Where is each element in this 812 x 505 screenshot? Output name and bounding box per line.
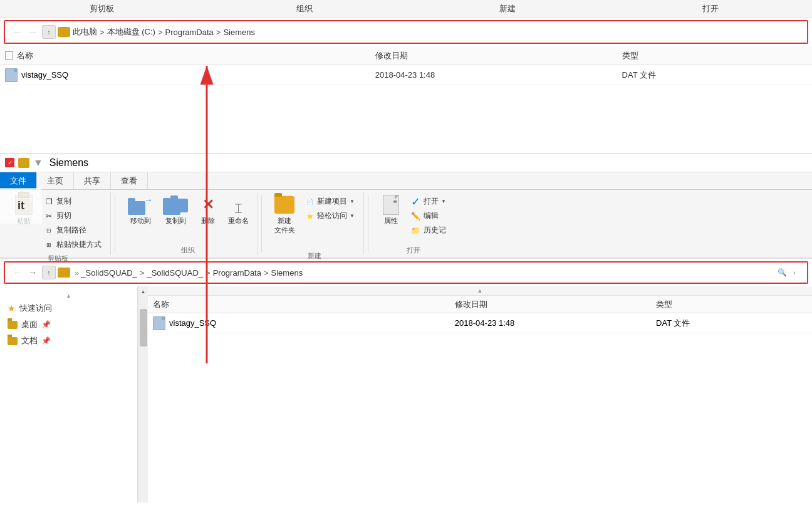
- organize-items: → 移动到 复制到 ✕ 删除: [124, 192, 252, 243]
- move-to-button[interactable]: → 移动到: [124, 192, 157, 228]
- properties-button[interactable]: ≡ 属性: [377, 192, 405, 228]
- top-file-name: vistagy_SSQ: [21, 70, 68, 80]
- edit-button[interactable]: ✏️ 编辑: [407, 209, 450, 222]
- content-header-name[interactable]: 名称: [153, 299, 455, 310]
- header-type[interactable]: 类型: [622, 50, 807, 61]
- copy-to-icon: [163, 195, 188, 215]
- copy-to-button[interactable]: 复制到: [159, 192, 192, 228]
- bottom-back-button[interactable]: ←: [10, 265, 25, 280]
- arrow-right-icon: →: [144, 195, 153, 205]
- easy-access-dropdown[interactable]: ▼: [350, 213, 355, 219]
- copy-button[interactable]: ❐ 复制: [40, 195, 105, 208]
- content-header-type[interactable]: 类型: [656, 299, 807, 310]
- paste-shortcut-button[interactable]: ⊞ 粘贴快捷方式: [40, 238, 105, 251]
- file-list-header: 名称 修改日期 类型: [0, 46, 812, 65]
- toolbar-clipboard-label: 剪切板: [0, 3, 203, 14]
- bottom-forward-button[interactable]: →: [25, 265, 40, 280]
- bottom-close-nav[interactable]: ›: [787, 265, 802, 280]
- top-file-row[interactable]: vistagy_SSQ 2018-04-23 1:48 DAT 文件: [0, 65, 812, 85]
- open-dropdown[interactable]: ▼: [441, 199, 446, 204]
- bottom-bc-siemens[interactable]: Siemens: [271, 268, 303, 278]
- title-folder-icon: [18, 158, 29, 168]
- copy-path-button[interactable]: ⊡ 复制路径: [40, 224, 105, 237]
- breadcrumb-drive[interactable]: 本地磁盘 (C:): [107, 26, 155, 38]
- copy-to-label: 复制到: [165, 216, 186, 226]
- top-explorer: 剪切板 组织 新建 打开 ← → ↑ 此电脑 > 本地磁盘 (C:) > Pro…: [0, 0, 812, 154]
- toolbar-open-label: 打开: [609, 3, 812, 14]
- sidebar-item-docs[interactable]: 文档 📌: [0, 333, 137, 349]
- history-button[interactable]: 📁 历史记: [407, 224, 450, 237]
- ribbon-group-organize: → 移动到 复制到 ✕ 删除: [119, 192, 258, 255]
- history-label: 历史记: [424, 225, 446, 236]
- new-item-label: 新建项目: [317, 196, 347, 207]
- back-button[interactable]: ←: [10, 24, 25, 39]
- rename-button[interactable]: ⌶ 重命名: [224, 192, 252, 228]
- new-items: 新建 文件夹 📄 新建项目 ▼ ⭐ 轻松访问 ▼: [271, 192, 358, 237]
- bottom-address-bar[interactable]: ← → ↑ » _SolidSQUAD_ > _SolidSQUAD_ > Pr…: [4, 261, 808, 284]
- bottom-dat-icon: [153, 316, 165, 330]
- tab-share[interactable]: 共享: [74, 172, 111, 189]
- tab-file[interactable]: 文件: [0, 172, 37, 189]
- forward-button[interactable]: →: [25, 24, 40, 39]
- edit-icon: ✏️: [411, 211, 421, 221]
- easy-access-button[interactable]: ⭐ 轻松访问 ▼: [301, 209, 358, 222]
- bottom-file-type: DAT 文件: [656, 318, 807, 329]
- sidebar-item-desktop[interactable]: 桌面 📌: [0, 316, 137, 333]
- separator-3: [368, 195, 368, 252]
- new-folder-button[interactable]: 新建 文件夹: [271, 192, 298, 237]
- bottom-bc-programdata[interactable]: ProgramData: [213, 268, 261, 278]
- top-file-type: DAT 文件: [622, 70, 807, 81]
- search-box[interactable]: 🔍: [778, 268, 787, 277]
- copy-label: 复制: [56, 196, 71, 207]
- bottom-bc-sep1: »: [75, 268, 79, 278]
- bottom-file-name: vistagy_SSQ: [169, 318, 216, 328]
- top-address-bar[interactable]: ← → ↑ 此电脑 > 本地磁盘 (C:) > ProgramData > Si…: [4, 20, 808, 44]
- easy-access-icon: ⭐: [304, 211, 315, 221]
- scroll-thumb[interactable]: [140, 309, 147, 346]
- cut-button[interactable]: ✂ 剪切: [40, 209, 105, 222]
- move-to-icon: →: [128, 195, 153, 215]
- bottom-bc-squad1[interactable]: _SolidSQUAD_: [81, 268, 137, 278]
- ribbon-tabs: 文件 主页 共享 查看: [0, 172, 812, 190]
- bottom-up-button[interactable]: ↑: [42, 266, 56, 279]
- separator-1: [115, 195, 115, 252]
- header-date[interactable]: 修改日期: [375, 50, 622, 61]
- breadcrumb-programdata[interactable]: ProgramData: [165, 28, 213, 37]
- properties-shape: ≡: [383, 195, 399, 215]
- breadcrumb-siemens[interactable]: Siemens: [223, 28, 255, 37]
- sidebar-item-quickaccess[interactable]: ★ 快速访问: [0, 300, 137, 316]
- history-icon: 📁: [411, 226, 421, 236]
- bottom-bc-squad2[interactable]: _SolidSQUAD_: [147, 268, 203, 278]
- bottom-file-row[interactable]: vistagy_SSQ 2018-04-23 1:48 DAT 文件: [148, 313, 812, 333]
- folder-yellow-icon: [274, 196, 294, 214]
- title-separator: ▼: [33, 157, 43, 169]
- pin-icon-desktop: 📌: [41, 320, 51, 329]
- open-button[interactable]: ✓ 打开 ▼: [407, 195, 450, 208]
- new-item-dropdown[interactable]: ▼: [350, 199, 355, 204]
- open-items: ≡ 属性 ✓ 打开 ▼ ✏️ 编辑: [377, 192, 450, 243]
- sidebar-scrollbar[interactable]: ▲: [138, 286, 148, 502]
- scissors-icon: ✂: [44, 211, 54, 221]
- up-button[interactable]: ↑: [42, 25, 56, 39]
- header-name[interactable]: 名称: [17, 50, 33, 61]
- properties-label: 属性: [384, 216, 398, 226]
- copy-path-label: 复制路径: [56, 225, 86, 236]
- bottom-file-date: 2018-04-23 1:48: [455, 318, 656, 328]
- annotation-text-it: it: [0, 188, 42, 224]
- select-all-checkbox[interactable]: [5, 51, 13, 60]
- breadcrumb-thispc[interactable]: 此电脑: [73, 26, 97, 38]
- scroll-up-arrow[interactable]: ▲: [138, 286, 148, 296]
- new-item-button[interactable]: 📄 新建项目 ▼: [301, 195, 358, 208]
- delete-button[interactable]: ✕ 删除: [194, 192, 222, 228]
- tab-view[interactable]: 查看: [111, 172, 148, 189]
- content-area: ▲ 名称 修改日期 类型 vistagy_SSQ 2018-04-23 1:48…: [148, 286, 812, 502]
- content-header-date[interactable]: 修改日期: [455, 299, 656, 310]
- quickaccess-label: 快速访问: [19, 303, 52, 314]
- paste-shortcut-label: 粘贴快捷方式: [56, 239, 102, 250]
- open-group-label: 打开: [407, 243, 420, 255]
- edit-label: 编辑: [424, 211, 439, 221]
- bottom-home-icon: [58, 268, 70, 278]
- home-icon: [58, 27, 70, 37]
- bottom-explorer: ✓ ▼ Siemens 文件 主页 共享 查看 粘贴: [0, 154, 812, 505]
- tab-home[interactable]: 主页: [37, 172, 74, 189]
